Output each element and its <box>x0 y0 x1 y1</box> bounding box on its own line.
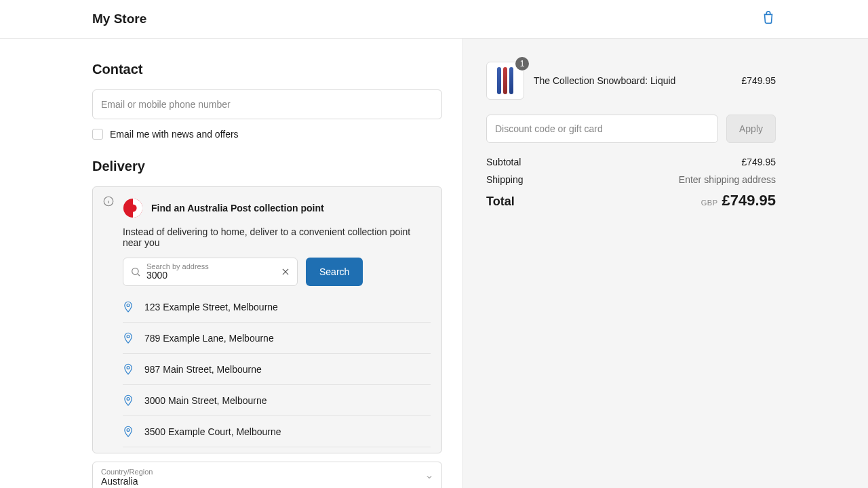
collection-title: Find an Australia Post collection point <box>151 203 324 214</box>
info-icon <box>102 195 115 207</box>
store-name[interactable]: My Store <box>92 12 146 26</box>
address-search-input[interactable]: Search by address 3000 <box>123 258 298 286</box>
pin-icon <box>123 301 134 313</box>
result-item[interactable]: 3000 Main Street, Melbourne <box>123 385 431 416</box>
header: My Store <box>0 0 868 39</box>
shipping-value: Enter shipping address <box>679 174 776 185</box>
svg-point-11 <box>127 397 130 400</box>
subtotal-value: £749.95 <box>741 157 776 167</box>
currency: GBP <box>701 199 718 207</box>
result-text: 789 Example Lane, Melbourne <box>144 333 274 344</box>
newsletter-label: Email me with news and offers <box>110 129 239 140</box>
result-text: 3500 Example Court, Melbourne <box>144 426 281 437</box>
svg-point-10 <box>127 366 130 369</box>
svg-point-9 <box>127 335 130 338</box>
search-button[interactable]: Search <box>306 258 363 286</box>
total-label: Total <box>486 195 515 209</box>
chevron-down-icon <box>425 473 433 481</box>
pin-icon <box>123 426 134 438</box>
result-text: 3000 Main Street, Melbourne <box>144 395 267 406</box>
country-label: Country/Region <box>101 468 433 476</box>
subtotal-label: Subtotal <box>486 157 521 167</box>
pin-icon <box>123 363 134 375</box>
pin-icon <box>123 394 134 407</box>
product-price: £749.95 <box>741 75 776 86</box>
result-item[interactable]: 789 Example Lane, Melbourne <box>123 323 431 354</box>
pin-icon <box>123 332 134 344</box>
shipping-label: Shipping <box>486 174 524 185</box>
result-item[interactable]: 987 Main Street, Melbourne <box>123 354 431 385</box>
discount-input[interactable] <box>486 115 718 143</box>
qty-badge: 1 <box>515 57 529 70</box>
country-select[interactable]: Country/Region Australia <box>92 462 442 488</box>
cart-line: 1 The Collection Snowboard: Liquid £749.… <box>486 62 776 100</box>
result-item[interactable]: 3500 Example Court, Melbourne <box>123 416 431 447</box>
cart-icon[interactable] <box>761 10 776 28</box>
result-text: 987 Main Street, Melbourne <box>144 364 262 375</box>
order-summary: 1 The Collection Snowboard: Liquid £749.… <box>463 39 868 488</box>
product-name: The Collection Snowboard: Liquid <box>534 75 732 86</box>
auspost-logo-icon <box>123 198 143 218</box>
result-text: 123 Example Street, Melbourne <box>144 302 278 312</box>
newsletter-checkbox[interactable] <box>92 129 103 140</box>
contact-title: Contact <box>92 62 442 77</box>
svg-point-8 <box>127 304 130 306</box>
svg-point-12 <box>127 428 130 431</box>
total-value: £749.95 <box>722 192 776 209</box>
clear-icon[interactable] <box>281 267 290 277</box>
svg-line-5 <box>138 274 140 276</box>
results-list: 123 Example Street, Melbourne 789 Exampl… <box>123 291 431 447</box>
collection-desc: Instead of delivering to home, deliver t… <box>123 226 431 248</box>
checkout-form: Contact Email me with news and offers De… <box>0 39 463 488</box>
apply-button[interactable]: Apply <box>726 115 776 143</box>
country-value: Australia <box>101 476 433 487</box>
product-thumbnail: 1 <box>486 62 524 100</box>
delivery-title: Delivery <box>92 159 442 174</box>
email-input[interactable] <box>92 89 442 119</box>
collection-point-card: Find an Australia Post collection point … <box>92 186 442 453</box>
result-item[interactable]: 123 Example Street, Melbourne <box>123 291 431 323</box>
svg-point-4 <box>132 268 138 274</box>
search-icon <box>130 266 141 277</box>
search-value: 3000 <box>146 270 209 281</box>
